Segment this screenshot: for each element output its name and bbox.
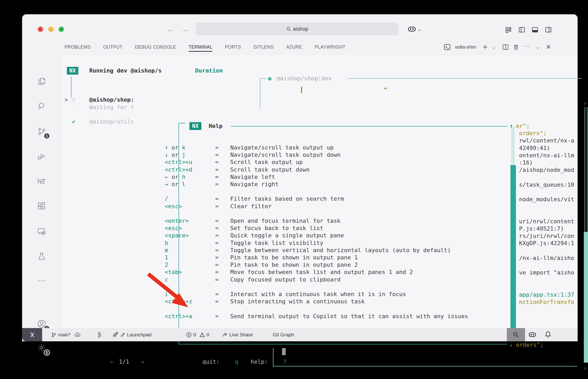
activity-bar: 111 bbox=[22, 39, 61, 341]
help-row-description: Navigate/scroll task output down bbox=[230, 151, 341, 159]
task-tree-connector bbox=[71, 76, 72, 98]
branch-status-item[interactable]: main* bbox=[51, 328, 81, 341]
help-row-equals: = bbox=[215, 298, 219, 305]
right-col-line: /nx-ai-llm/aisho bbox=[519, 254, 574, 262]
terminal-picker-chevron-icon[interactable]: ⌄ bbox=[492, 45, 495, 50]
panel-tab-bar: PROBLEMSOUTPUTDEBUG CONSOLETERMINALPORTS… bbox=[61, 39, 578, 55]
customize-layout-icon[interactable] bbox=[505, 26, 512, 33]
outer-scroll-up-arrow[interactable]: ↑ bbox=[584, 100, 586, 107]
tab-azure[interactable]: AZURE bbox=[286, 40, 302, 54]
right-col-line: uri/nrwl/content bbox=[519, 218, 574, 225]
terminal-shell-label[interactable]: volta-shim bbox=[455, 44, 476, 50]
split-terminal-icon[interactable] bbox=[502, 44, 509, 50]
tab-gitlens[interactable]: GITLENS bbox=[253, 40, 274, 54]
liveshare-label: Live Share bbox=[229, 332, 253, 338]
liveshare-icon bbox=[222, 332, 228, 338]
activity-nx-console-icon[interactable] bbox=[35, 175, 48, 188]
activity-settings-icon[interactable]: 1 bbox=[35, 341, 48, 354]
help-row-equals: = bbox=[215, 254, 219, 261]
help-row-description: Quick toggle a single output pane bbox=[230, 232, 344, 239]
help-row-key: <esc> bbox=[165, 203, 182, 210]
liveshare-status-item[interactable]: Live Share bbox=[222, 328, 253, 341]
zoom-window-button[interactable] bbox=[59, 27, 64, 32]
activity-remote-explorer-icon[interactable] bbox=[35, 225, 48, 238]
help-row-key: <space> bbox=[165, 232, 189, 239]
quit-hint-label: quit: bbox=[202, 358, 220, 365]
help-row-key: <ctrl>+u bbox=[165, 159, 192, 166]
vscode-window: × – ← → aishop ⌄ 111 PROBLEMSOUTPUTDEBUG… bbox=[22, 14, 578, 341]
kill-terminal-icon[interactable] bbox=[513, 44, 519, 50]
gitgraph-status-item[interactable]: Git Graph bbox=[273, 328, 294, 341]
right-col-line: P.js:40521:7) bbox=[519, 225, 564, 232]
tab-problems[interactable]: PROBLEMS bbox=[65, 40, 91, 54]
remote-indicator-button[interactable] bbox=[22, 328, 42, 341]
scroll-up-indicator: ↑ bbox=[509, 122, 513, 130]
close-icon: × bbox=[40, 27, 42, 31]
zoom-status-button[interactable] bbox=[507, 328, 525, 341]
help-row-equals: = bbox=[215, 203, 219, 210]
branch-label: main* bbox=[58, 332, 71, 338]
git-branch-icon bbox=[51, 332, 56, 338]
help-row-description: Filter tasks based on search term bbox=[230, 195, 344, 202]
outer-scrollbar-track[interactable] bbox=[585, 107, 587, 232]
activity-files-icon[interactable] bbox=[35, 75, 48, 88]
navigate-forward-button[interactable]: → bbox=[182, 25, 188, 34]
navigate-back-button[interactable]: ← bbox=[167, 25, 174, 34]
tab-debug-console[interactable]: DEBUG CONSOLE bbox=[135, 40, 176, 54]
notifications-bell-icon[interactable] bbox=[545, 331, 552, 338]
toggle-secondary-sidebar-icon[interactable] bbox=[545, 26, 552, 33]
help-row-description: Navigate left bbox=[230, 173, 275, 181]
activity-more-icon[interactable] bbox=[35, 274, 48, 287]
toggle-panel-icon[interactable] bbox=[532, 26, 539, 33]
duration-column-label: Duration bbox=[195, 67, 223, 74]
problems-status-item[interactable]: 0 0 bbox=[186, 328, 209, 341]
inner-scrollbar-thumb[interactable] bbox=[510, 165, 516, 341]
tab-ports[interactable]: PORTS bbox=[225, 40, 241, 54]
right-col-line: node_modules/vit bbox=[519, 196, 574, 203]
help-row-key: ↑ or k bbox=[165, 144, 185, 151]
activity-source-control-icon[interactable]: 1 bbox=[35, 125, 48, 138]
task-done-label[interactable]: @aishop/utils bbox=[89, 118, 134, 125]
panel-chevron-icon[interactable]: ⌄ bbox=[536, 44, 540, 50]
help-row-equals: = bbox=[215, 217, 219, 225]
pager-right-arrow[interactable]: → bbox=[141, 358, 144, 365]
right-col-line: ontent/nx-ai-llm bbox=[519, 152, 574, 159]
outer-scrollbar-thumb[interactable] bbox=[584, 232, 588, 363]
activity-search-icon[interactable] bbox=[35, 100, 48, 113]
close-window-button[interactable]: × bbox=[38, 27, 43, 32]
help-row-equals: = bbox=[215, 144, 219, 151]
help-row-description: Move focus between task list and output … bbox=[230, 269, 413, 276]
help-row-key: <ctrl>+d bbox=[165, 166, 192, 173]
source-control-status-item[interactable] bbox=[97, 328, 102, 341]
copilot-status-icon[interactable] bbox=[528, 331, 536, 338]
command-center-search[interactable]: aishop bbox=[196, 23, 398, 35]
close-panel-icon[interactable]: ✕ bbox=[546, 43, 551, 51]
copilot-menu-chevron[interactable]: ⌄ bbox=[418, 27, 421, 32]
help-hint-key: ? bbox=[283, 358, 286, 365]
help-row-equals: = bbox=[215, 276, 219, 283]
launchpad-status-item[interactable]: Launchpad bbox=[112, 328, 151, 341]
terminal-content[interactable]: NX Running dev @aishop/s Duration > ⠿ @a… bbox=[61, 55, 578, 341]
minimize-icon: – bbox=[50, 28, 52, 31]
help-dialog-border-bottom bbox=[178, 344, 507, 344]
activity-testing-icon[interactable] bbox=[35, 250, 48, 263]
tab-playwright[interactable]: PLAYWRIGHT bbox=[315, 40, 345, 54]
new-terminal-icon[interactable]: + bbox=[483, 43, 488, 51]
right-col-line: rs/juri/nrwl/con bbox=[519, 232, 574, 240]
task-row-label[interactable]: @aishop/shop: bbox=[89, 96, 134, 103]
copilot-icon[interactable] bbox=[408, 26, 416, 32]
right-col-line: nctionForTransfo bbox=[519, 298, 574, 306]
tab-output[interactable]: OUTPUT bbox=[103, 40, 122, 54]
help-row-equals: = bbox=[215, 159, 219, 166]
more-actions-icon[interactable]: ··· bbox=[523, 43, 530, 49]
activity-extensions-icon[interactable] bbox=[35, 200, 48, 213]
task-row-chevron: > bbox=[65, 96, 68, 103]
activity-run-debug-icon[interactable] bbox=[35, 150, 48, 163]
tab-terminal[interactable]: TERMINAL bbox=[189, 40, 213, 54]
minimize-window-button[interactable]: – bbox=[48, 27, 54, 32]
launchpad-label: Launchpad bbox=[127, 332, 151, 338]
pager-left-arrow[interactable]: ← bbox=[110, 358, 113, 365]
errors-count: 0 bbox=[193, 332, 196, 338]
toggle-primary-sidebar-icon[interactable] bbox=[518, 26, 525, 33]
outer-scroll-down-arrow[interactable]: ↓ bbox=[584, 364, 586, 371]
